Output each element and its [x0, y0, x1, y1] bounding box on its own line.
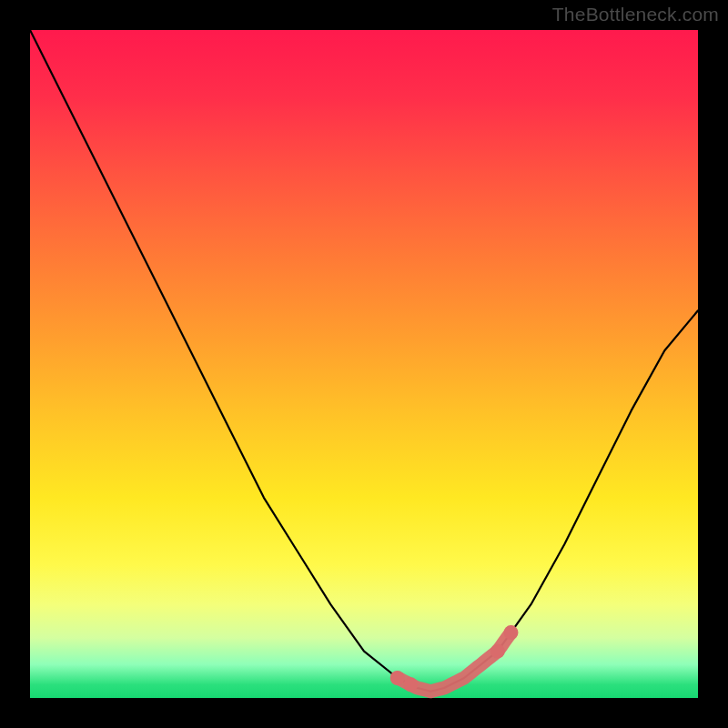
svg-point-0 [390, 671, 405, 685]
bottleneck-curve [30, 30, 698, 692]
svg-point-2 [490, 644, 505, 659]
plot-area [30, 30, 698, 698]
svg-point-1 [403, 677, 418, 692]
watermark-text: TheBottleneck.com [552, 4, 719, 25]
curve-svg [30, 30, 698, 698]
highlight-band [390, 625, 519, 692]
svg-point-3 [504, 625, 519, 640]
chart-frame: TheBottleneck.com [0, 0, 728, 728]
